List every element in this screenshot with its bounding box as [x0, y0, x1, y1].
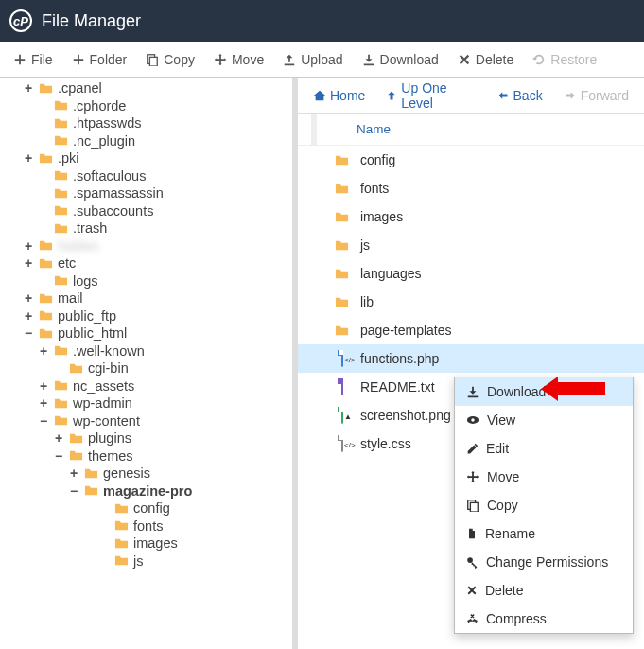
expand-toggle[interactable]: + — [38, 343, 49, 359]
ctx-rename[interactable]: Rename — [455, 519, 633, 548]
expand-toggle[interactable]: − — [53, 448, 64, 464]
folder-icon — [53, 273, 69, 288]
tree-label: nc_assets — [73, 378, 134, 394]
folder-icon — [53, 98, 69, 113]
tree-item[interactable]: .spamassassin — [4, 185, 292, 201]
tree-item[interactable]: .softaculous — [4, 168, 292, 184]
file-name: functions.php — [360, 351, 439, 366]
tree-item[interactable]: + mail — [4, 290, 292, 306]
tree-item[interactable]: + wp-admin — [4, 395, 292, 411]
expand-toggle[interactable]: + — [23, 80, 34, 96]
folder-button[interactable]: Folder — [62, 48, 137, 71]
ctx-label: View — [487, 412, 515, 428]
download-button[interactable]: Download — [353, 48, 448, 71]
expand-toggle[interactable]: + — [38, 378, 49, 394]
expand-toggle[interactable]: + — [23, 290, 34, 306]
tree-item[interactable]: .subaccounts — [4, 203, 292, 219]
ctx-edit[interactable]: Edit — [455, 434, 633, 463]
tree-item[interactable]: + plugins — [4, 430, 292, 446]
tree-item[interactable]: images — [4, 535, 292, 551]
tree-label: wp-admin — [73, 395, 132, 411]
tree-label: public_html — [58, 325, 127, 341]
expand-toggle[interactable]: + — [68, 465, 79, 481]
expand-toggle[interactable]: − — [23, 325, 34, 341]
tree-item[interactable]: + etc — [4, 255, 292, 271]
tree-item[interactable]: − themes — [4, 448, 292, 464]
list-item[interactable]: images — [298, 202, 644, 231]
tree-item[interactable]: + hidden — [4, 238, 292, 254]
folder-icon — [53, 396, 69, 411]
upload-button[interactable]: Upload — [273, 48, 352, 71]
folder-icon — [334, 324, 351, 338]
copy-button[interactable]: Copy — [136, 48, 204, 71]
tree-label: config — [133, 500, 170, 516]
delete-button[interactable]: Delete — [448, 48, 523, 71]
tree-label: genesis — [103, 465, 150, 481]
tree-item[interactable]: + .well-known — [4, 343, 292, 359]
column-name[interactable]: Name — [357, 122, 391, 136]
tree-item[interactable]: config — [4, 500, 292, 516]
folder-icon — [53, 343, 69, 358]
list-item[interactable]: fonts — [298, 174, 644, 202]
file-button[interactable]: File — [4, 48, 62, 71]
expand-toggle[interactable]: + — [38, 395, 49, 411]
annotation-arrow — [558, 382, 605, 395]
cpanel-logo-icon: cP — [9, 9, 32, 32]
ctx-label: Edit — [486, 441, 509, 456]
crumb-up-one-level[interactable]: Up One Level — [378, 79, 482, 113]
crumb-label: Forward — [581, 88, 629, 103]
ctx-view[interactable]: View — [455, 406, 633, 434]
folder-tree[interactable]: + .cpanel .cphorde .htpasswds .nc_plugin… — [0, 78, 298, 649]
tree-item[interactable]: cgi-bin — [4, 360, 292, 376]
tree-item[interactable]: + .cpanel — [4, 80, 292, 96]
expand-toggle[interactable]: + — [23, 255, 34, 271]
tree-item[interactable]: fonts — [4, 518, 292, 534]
ctx-compress[interactable]: Compress — [455, 605, 633, 633]
crumb-label: Up One Level — [401, 80, 475, 111]
move-button[interactable]: Move — [204, 48, 273, 71]
list-item[interactable]: js — [298, 231, 644, 259]
expand-toggle[interactable]: + — [53, 430, 64, 446]
expand-toggle[interactable]: + — [23, 238, 34, 254]
ctx-copy[interactable]: Copy — [455, 491, 633, 519]
folder-icon — [334, 153, 351, 167]
tree-item[interactable]: + .pki — [4, 150, 292, 166]
crumb-back[interactable]: Back — [489, 86, 550, 105]
tree-item[interactable]: + nc_assets — [4, 378, 292, 394]
crumb-home[interactable]: Home — [305, 86, 373, 105]
list-header[interactable]: Name — [298, 114, 644, 146]
tree-item[interactable]: − wp-content — [4, 413, 292, 429]
ctx-move[interactable]: Move — [455, 463, 633, 491]
ctx-label: Delete — [485, 583, 523, 598]
list-item[interactable]: languages — [298, 259, 644, 288]
app-title: File Manager — [42, 11, 141, 31]
ctx-change-permissions[interactable]: Change Permissions — [455, 548, 633, 576]
tree-item[interactable]: .nc_plugin — [4, 133, 292, 149]
context-menu: DownloadViewEditMoveCopyRenameChange Per… — [454, 377, 634, 634]
folder-icon — [113, 518, 130, 533]
tree-item[interactable]: + genesis — [4, 465, 292, 481]
list-item[interactable]: lib — [298, 288, 644, 316]
folder-icon — [38, 238, 54, 253]
ctx-delete[interactable]: Delete — [455, 576, 633, 605]
expand-toggle[interactable]: + — [23, 150, 34, 166]
list-item[interactable]: config — [298, 146, 644, 174]
restore-icon — [532, 53, 546, 66]
tree-item[interactable]: − public_html — [4, 325, 292, 341]
list-item[interactable]: </>functions.php — [298, 344, 644, 373]
tree-label: etc — [58, 255, 76, 271]
list-item[interactable]: page-templates — [298, 316, 644, 344]
tree-item[interactable]: + public_ftp — [4, 308, 292, 324]
expand-toggle[interactable]: − — [38, 413, 49, 429]
tree-item[interactable]: logs — [4, 273, 292, 289]
folder-icon — [38, 291, 54, 306]
folder-icon — [38, 151, 54, 166]
folder-icon — [113, 501, 130, 516]
expand-toggle[interactable]: − — [68, 483, 79, 499]
expand-toggle[interactable]: + — [23, 308, 34, 324]
tree-item[interactable]: .cphorde — [4, 98, 292, 114]
tree-item[interactable]: js — [4, 553, 292, 569]
tree-item[interactable]: − magazine-pro — [4, 483, 292, 499]
tree-item[interactable]: .trash — [4, 220, 292, 236]
tree-item[interactable]: .htpasswds — [4, 115, 292, 131]
